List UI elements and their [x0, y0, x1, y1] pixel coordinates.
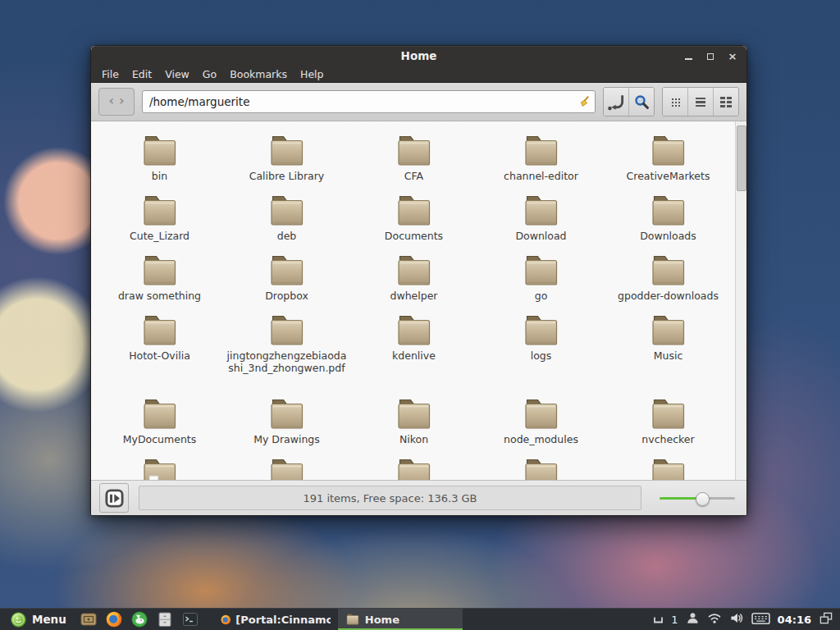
zoom-slider-fill: [660, 497, 697, 500]
file-item-documents[interactable]: Documents: [350, 195, 477, 255]
toggle-sidebar-button[interactable]: [99, 483, 129, 513]
folder-icon: [649, 195, 688, 226]
menu-item-go[interactable]: Go: [196, 67, 223, 81]
launcher-file-manager[interactable]: [157, 611, 173, 628]
folder-icon: [140, 195, 180, 226]
titlebar[interactable]: Home ×: [91, 46, 746, 66]
list-view-icon: [696, 98, 705, 107]
clock[interactable]: 04:16: [778, 614, 811, 626]
desktop: Home × FileEditViewGoBookmarksHelp ‹ ›: [0, 0, 840, 630]
file-item-mydocuments[interactable]: MyDocuments: [96, 399, 223, 459]
user-applet[interactable]: [686, 611, 700, 628]
file-row: Hotot-Oviliajingtongzhengzebiaodashi_3nd…: [96, 315, 736, 399]
file-label: MyDocuments: [123, 434, 196, 446]
amule-icon: [131, 611, 148, 628]
file-item-partial[interactable]: [350, 459, 477, 480]
keyboard-icon: [751, 611, 770, 625]
launcher-terminal[interactable]: [182, 611, 199, 628]
file-item-hotot-ovilia[interactable]: Hotot-Ovilia: [96, 315, 223, 399]
window-switcher-applet[interactable]: [819, 611, 833, 628]
launcher-screenshot-tool[interactable]: [80, 611, 97, 628]
history-nav: ‹ ›: [98, 88, 135, 116]
network-applet[interactable]: [707, 611, 722, 628]
tray-expand-icon[interactable]: [653, 612, 664, 628]
file-cabinet-icon: [157, 611, 173, 628]
search-button[interactable]: [628, 88, 654, 116]
volume-applet[interactable]: [729, 611, 744, 628]
icon-view-button[interactable]: [663, 88, 687, 116]
zoom-slider-handle[interactable]: [696, 492, 710, 506]
file-item-calibre-library[interactable]: Calibre Library: [223, 135, 350, 195]
file-item-my-drawings[interactable]: My Drawings: [223, 399, 350, 459]
file-item-nikon[interactable]: Nikon: [350, 399, 477, 459]
toggle-location-entry-button[interactable]: [604, 88, 628, 116]
folder-icon: [267, 315, 307, 346]
file-item-bin[interactable]: bin: [96, 135, 223, 195]
taskbar-window-home[interactable]: Home: [338, 609, 463, 630]
file-item-deb[interactable]: deb: [223, 195, 350, 255]
file-item-dropbox[interactable]: Dropbox: [223, 255, 350, 315]
file-item-nvchecker[interactable]: nvchecker: [605, 399, 732, 459]
file-item-partial[interactable]: [223, 459, 350, 480]
file-item-music[interactable]: Music: [605, 315, 732, 399]
menu-button[interactable]: Menu: [4, 609, 73, 630]
screenshot-tool-icon: [80, 611, 97, 628]
taskbar-window-portal-cinnamon-s[interactable]: [Portal:Cinnamon/S...: [213, 609, 338, 630]
path-input[interactable]: [142, 90, 596, 113]
scrollbar-thumb[interactable]: [737, 126, 746, 191]
menu-item-file[interactable]: File: [95, 67, 126, 81]
file-label: kdenlive: [392, 350, 436, 363]
file-item-draw-something[interactable]: draw something: [96, 255, 223, 315]
menu-item-edit[interactable]: Edit: [126, 67, 158, 81]
menubar: FileEditViewGoBookmarksHelp: [91, 66, 746, 83]
file-item-downloads[interactable]: Downloads: [605, 195, 732, 255]
close-button[interactable]: ×: [726, 50, 739, 63]
compact-view-button[interactable]: [713, 88, 738, 116]
firefox-icon: [106, 611, 122, 628]
folder-icon: [267, 399, 307, 430]
user-icon: [686, 611, 700, 625]
file-item-node-modules[interactable]: node_modules: [477, 399, 605, 459]
folder-icon: [395, 315, 434, 346]
location-tools: [603, 87, 655, 116]
scrollbar[interactable]: [735, 121, 746, 480]
forward-button[interactable]: ›: [119, 94, 125, 107]
menu-item-view[interactable]: View: [158, 67, 196, 81]
folder-icon: [522, 195, 561, 226]
file-item-go[interactable]: go: [477, 255, 605, 315]
file-item-kdenlive[interactable]: kdenlive: [350, 315, 477, 399]
folder-icon: [267, 255, 307, 286]
file-item-jingtongzhengzebiaodashi-3nd-zhongwen-pdf[interactable]: jingtongzhengzebiaodashi_3nd_zhongwen.pd…: [223, 315, 350, 399]
taskbar: Menu: [0, 608, 840, 630]
file-item-creativemarkets[interactable]: CreativeMarkets: [605, 135, 732, 195]
file-label: Cute_Lizard: [130, 231, 189, 243]
zoom-slider[interactable]: [660, 491, 735, 504]
maximize-button[interactable]: [704, 50, 717, 63]
file-item-cute-lizard[interactable]: Cute_Lizard: [96, 195, 223, 255]
minimize-button[interactable]: [682, 50, 695, 63]
menu-item-help[interactable]: Help: [294, 67, 331, 81]
file-item-logs[interactable]: logs: [477, 315, 605, 399]
menu-item-bookmarks[interactable]: Bookmarks: [223, 67, 294, 81]
file-item-partial[interactable]: [477, 459, 605, 480]
keyboard-applet[interactable]: [751, 611, 770, 628]
file-item-partial[interactable]: [605, 459, 732, 480]
file-item-partial[interactable]: [96, 459, 223, 480]
folder-icon: [395, 255, 434, 286]
folder-icon: [395, 459, 434, 480]
file-row: MyDocumentsMy DrawingsNikonnode_modulesn…: [96, 399, 736, 459]
clear-path-icon[interactable]: [578, 95, 591, 108]
file-item-download[interactable]: Download: [477, 195, 605, 255]
file-item-cfa[interactable]: CFA: [350, 135, 477, 195]
folder-icon: [649, 255, 688, 286]
launcher-amule[interactable]: [131, 611, 148, 628]
list-view-button[interactable]: [687, 88, 713, 116]
launcher-firefox[interactable]: [106, 611, 122, 628]
workspace-indicator[interactable]: 1: [671, 614, 678, 626]
file-item-dwhelper[interactable]: dwhelper: [350, 255, 477, 315]
file-item-gpodder-downloads[interactable]: gpodder-downloads: [605, 255, 732, 315]
file-label: channel-editor: [504, 171, 578, 183]
folder-icon: [267, 195, 307, 226]
file-item-channel-editor[interactable]: channel-editor: [477, 135, 605, 195]
back-button[interactable]: ‹: [108, 94, 114, 107]
